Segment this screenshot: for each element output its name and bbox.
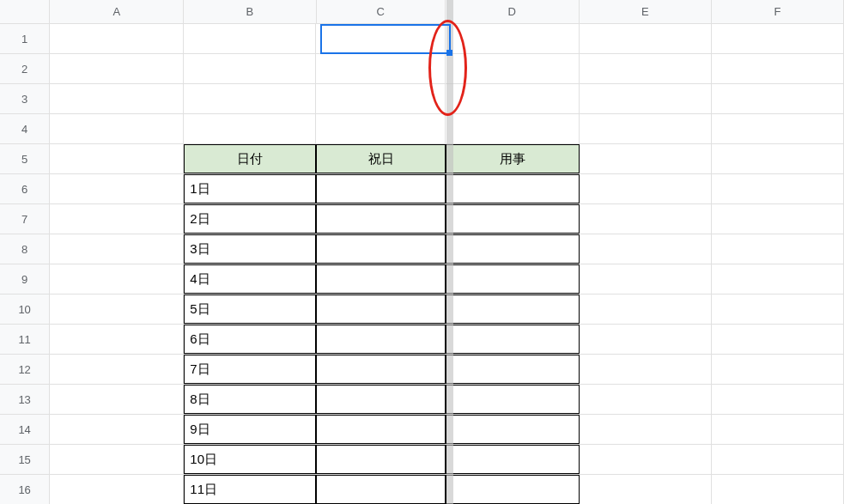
row-header-13[interactable]: 13 [0, 385, 50, 414]
cell-d14[interactable] [446, 415, 580, 444]
row-header-16[interactable]: 16 [0, 475, 50, 504]
cell-b15[interactable]: 10日 [184, 445, 316, 474]
cell-d12[interactable] [446, 355, 580, 384]
row-header-1[interactable]: 1 [0, 24, 50, 53]
cell-f7[interactable] [712, 204, 844, 234]
cell-f10[interactable] [712, 295, 844, 324]
column-header-e[interactable]: E [580, 0, 712, 23]
cell-e15[interactable] [580, 445, 712, 474]
cell-b1[interactable] [184, 24, 316, 53]
cell-c4[interactable] [316, 114, 445, 143]
cell-e6[interactable] [580, 174, 712, 203]
cell-e8[interactable] [580, 234, 712, 264]
row-header-5[interactable]: 5 [0, 144, 50, 173]
column-resize-handle[interactable] [446, 0, 453, 504]
cell-b14[interactable]: 9日 [184, 415, 316, 444]
cell-d1[interactable] [446, 24, 580, 53]
column-header-c[interactable]: C [317, 0, 446, 23]
cell-a14[interactable] [50, 415, 184, 444]
cell-e3[interactable] [580, 84, 712, 113]
cell-e7[interactable] [580, 204, 712, 234]
cell-c6[interactable] [316, 174, 445, 203]
cell-a4[interactable] [50, 114, 184, 143]
cell-b8[interactable]: 3日 [184, 234, 316, 264]
cell-a9[interactable] [50, 264, 184, 294]
cell-b7[interactable]: 2日 [184, 204, 316, 234]
select-all-corner[interactable] [0, 0, 50, 23]
column-header-f[interactable]: F [712, 0, 844, 23]
row-header-10[interactable]: 10 [0, 295, 50, 324]
cell-f1[interactable] [712, 24, 844, 53]
cell-f9[interactable] [712, 264, 844, 294]
cell-a2[interactable] [50, 54, 184, 83]
cell-b11[interactable]: 6日 [184, 325, 316, 354]
cell-a8[interactable] [50, 234, 184, 264]
cell-c15[interactable] [316, 445, 445, 474]
cell-b10[interactable]: 5日 [184, 295, 316, 324]
cell-c12[interactable] [316, 355, 445, 384]
cell-d10[interactable] [446, 295, 580, 324]
cell-d8[interactable] [446, 234, 580, 264]
cell-e10[interactable] [580, 295, 712, 324]
row-header-12[interactable]: 12 [0, 355, 50, 384]
cell-d5[interactable]: 用事 [446, 144, 580, 173]
cell-a16[interactable] [50, 475, 184, 504]
cell-f13[interactable] [712, 385, 844, 414]
cell-a15[interactable] [50, 445, 184, 474]
cell-b6[interactable]: 1日 [184, 174, 316, 203]
cell-d3[interactable] [446, 84, 580, 113]
cell-c13[interactable] [316, 385, 445, 414]
cell-c1[interactable] [316, 24, 445, 53]
cell-d13[interactable] [446, 385, 580, 414]
row-header-4[interactable]: 4 [0, 114, 50, 143]
cell-c3[interactable] [316, 84, 445, 113]
column-header-d[interactable]: D [446, 0, 580, 23]
cell-b12[interactable]: 7日 [184, 355, 316, 384]
row-header-9[interactable]: 9 [0, 264, 50, 294]
cell-c7[interactable] [316, 204, 445, 234]
cell-b9[interactable]: 4日 [184, 264, 316, 294]
row-header-15[interactable]: 15 [0, 445, 50, 474]
cell-e14[interactable] [580, 415, 712, 444]
cell-e16[interactable] [580, 475, 712, 504]
row-header-11[interactable]: 11 [0, 325, 50, 354]
cell-a3[interactable] [50, 84, 184, 113]
cell-e11[interactable] [580, 325, 712, 354]
cell-b3[interactable] [184, 84, 316, 113]
cell-f11[interactable] [712, 325, 844, 354]
cell-d7[interactable] [446, 204, 580, 234]
cell-c2[interactable] [316, 54, 445, 83]
cell-e1[interactable] [580, 24, 712, 53]
cell-f3[interactable] [712, 84, 844, 113]
cell-f5[interactable] [712, 144, 844, 173]
row-header-2[interactable]: 2 [0, 54, 50, 83]
cell-d11[interactable] [446, 325, 580, 354]
cell-e5[interactable] [580, 144, 712, 173]
cell-f6[interactable] [712, 174, 844, 203]
cell-f2[interactable] [712, 54, 844, 83]
cell-c5[interactable]: 祝日 [316, 144, 445, 173]
cell-b4[interactable] [184, 114, 316, 143]
row-header-14[interactable]: 14 [0, 415, 50, 444]
cell-a1[interactable] [50, 24, 184, 53]
cell-d2[interactable] [446, 54, 580, 83]
cell-a12[interactable] [50, 355, 184, 384]
row-header-8[interactable]: 8 [0, 234, 50, 264]
cell-b2[interactable] [184, 54, 316, 83]
cell-e12[interactable] [580, 355, 712, 384]
cell-f16[interactable] [712, 475, 844, 504]
cell-d16[interactable] [446, 475, 580, 504]
cell-a6[interactable] [50, 174, 184, 203]
cell-b5[interactable]: 日付 [184, 144, 316, 173]
row-header-3[interactable]: 3 [0, 84, 50, 113]
cell-c8[interactable] [316, 234, 445, 264]
cell-a5[interactable] [50, 144, 184, 173]
cell-f14[interactable] [712, 415, 844, 444]
column-header-b[interactable]: B [184, 0, 316, 23]
row-header-7[interactable]: 7 [0, 204, 50, 234]
cell-f8[interactable] [712, 234, 844, 264]
cell-f4[interactable] [712, 114, 844, 143]
cell-a7[interactable] [50, 204, 184, 234]
cell-f15[interactable] [712, 445, 844, 474]
column-header-a[interactable]: A [50, 0, 184, 23]
